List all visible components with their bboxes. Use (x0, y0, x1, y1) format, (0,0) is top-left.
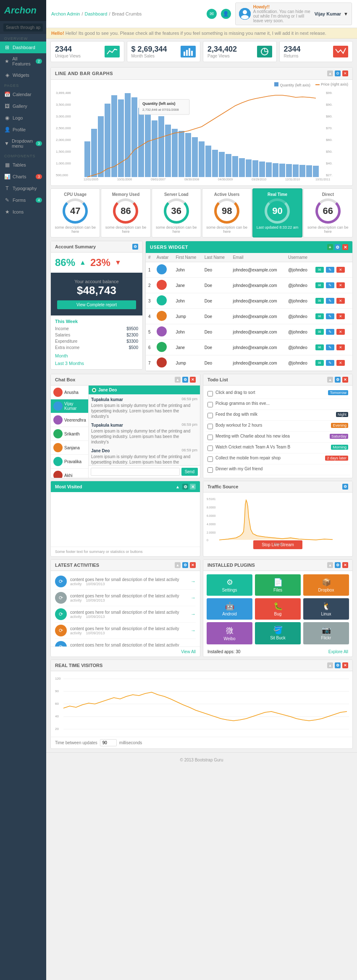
la-arrow-1[interactable]: → (191, 579, 196, 584)
view-complete-report-button[interactable]: View Complete report (57, 300, 136, 309)
search-input[interactable] (3, 23, 43, 31)
rt-close-ctrl[interactable]: ✕ (342, 662, 348, 668)
todo-check-5[interactable] (207, 435, 213, 440)
chat-user-srikanth[interactable]: Srikanth (51, 427, 88, 441)
uw-settings-ctrl[interactable]: ⚙ (335, 244, 341, 250)
sidebar-item-dropdown[interactable]: ▼ Dropdown menu 3 (0, 136, 46, 151)
plugin-android[interactable]: 🤖 Android (207, 598, 252, 620)
todo-check-2[interactable] (207, 402, 213, 407)
chat-user-pravalika[interactable]: Pravalika (51, 455, 88, 469)
chat-up-ctrl[interactable]: ▲ (175, 377, 181, 383)
chat-user-akhi[interactable]: Akhi (51, 469, 88, 478)
breadcrumb-home[interactable]: Archon Admin (51, 11, 80, 16)
la-arrow-4[interactable]: → (191, 628, 196, 633)
la-arrow-5[interactable]: → (191, 644, 196, 646)
uw-action-edit[interactable]: ✎ (326, 344, 334, 350)
todo-close-ctrl[interactable]: ✕ (342, 377, 348, 383)
ip-settings-ctrl[interactable]: ⚙ (335, 562, 341, 568)
mv-close-ctrl[interactable]: ✕ (190, 484, 196, 490)
sidebar-item-dashboard[interactable]: ⊞ Dashboard (0, 42, 46, 53)
todo-check-4[interactable] (207, 424, 213, 429)
uw-action-msg[interactable]: ✉ (315, 298, 324, 304)
uw-action-del[interactable]: ✕ (336, 360, 345, 366)
la-settings-ctrl[interactable]: ⚙ (182, 562, 188, 568)
plugin-sitbuck[interactable]: 🪣 Sit Buck (255, 622, 301, 644)
todo-check-8[interactable] (207, 467, 213, 473)
this-month-title[interactable]: Month (55, 353, 138, 358)
plugin-dropbox[interactable]: 📦 Dropbox (303, 574, 349, 596)
chart-up-ctrl[interactable]: ▲ (327, 70, 333, 76)
sidebar-item-icons[interactable]: ★ Icons (0, 206, 46, 218)
plugin-flickr[interactable]: 📷 Flickr (303, 622, 349, 644)
uw-action-msg[interactable]: ✉ (315, 329, 324, 335)
plugin-bug[interactable]: 🐛 Bug (255, 598, 301, 620)
chat-user-vijaykumar[interactable]: Vijay Kumar (51, 399, 88, 413)
uw-action-edit[interactable]: ✎ (326, 329, 334, 335)
sidebar-item-charts[interactable]: 📊 Charts 3 (0, 171, 46, 182)
chart-close-ctrl[interactable]: ✕ (342, 70, 348, 76)
uw-action-msg[interactable]: ✉ (315, 344, 324, 350)
plugin-settings[interactable]: ⚙ Settings (207, 574, 252, 596)
todo-check-1[interactable] (207, 391, 213, 396)
user-dropdown-icon[interactable]: ▼ (344, 11, 348, 16)
la-close-ctrl[interactable]: ✕ (190, 562, 196, 568)
uw-action-edit[interactable]: ✎ (326, 267, 334, 273)
chat-user-sanjana[interactable]: Sanjana (51, 441, 88, 455)
plugin-files[interactable]: 📄 Files (255, 574, 301, 596)
chat-close-ctrl[interactable]: ✕ (190, 377, 196, 383)
sidebar-item-tables[interactable]: ▦ Tables (0, 159, 46, 171)
sidebar-item-logo[interactable]: ◉ Logo (0, 112, 46, 124)
plugin-linux[interactable]: 🐧 Linux (303, 598, 349, 620)
notification-icon-btn[interactable]: 👤 (221, 9, 231, 19)
uw-action-edit[interactable]: ✎ (326, 313, 334, 319)
uw-add-ctrl[interactable]: + (327, 244, 333, 250)
uw-action-edit[interactable]: ✎ (326, 360, 334, 366)
email-icon-btn[interactable]: ✉ (207, 9, 217, 19)
la-up-ctrl[interactable]: ▲ (175, 562, 181, 568)
plugin-weibo[interactable]: 微 Weibo (207, 622, 252, 644)
account-settings-ctrl[interactable]: ⚙ (132, 244, 138, 250)
uw-action-del[interactable]: ✕ (336, 282, 345, 288)
chat-settings-ctrl[interactable]: ⚙ (182, 377, 188, 383)
todo-settings-ctrl[interactable]: ⚙ (335, 377, 341, 383)
uw-action-del[interactable]: ✕ (336, 329, 345, 335)
la-arrow-2[interactable]: → (191, 595, 196, 601)
sidebar-item-forms[interactable]: ✎ Forms 4 (0, 194, 46, 206)
uw-action-msg[interactable]: ✉ (315, 313, 324, 319)
uw-action-edit[interactable]: ✎ (326, 282, 334, 288)
sidebar-item-widgets[interactable]: ◈ Widgets (0, 69, 46, 81)
uw-action-msg[interactable]: ✉ (315, 360, 324, 366)
sidebar-item-typography[interactable]: T Typography (0, 182, 46, 194)
uw-action-del[interactable]: ✕ (336, 344, 345, 350)
uw-action-del[interactable]: ✕ (336, 313, 345, 319)
uw-action-del[interactable]: ✕ (336, 298, 345, 304)
this-week-title[interactable]: This Week (55, 319, 138, 324)
ip-up-ctrl[interactable]: ▲ (327, 562, 333, 568)
traffic-settings-ctrl[interactable]: ⚙ (342, 484, 348, 490)
sidebar-item-all-features[interactable]: ★ All Features 2 (0, 53, 46, 69)
mv-up-ctrl[interactable]: ▲ (175, 484, 181, 490)
explore-all-link[interactable]: Explore All (328, 649, 348, 654)
todo-check-3[interactable] (207, 413, 213, 418)
todo-check-7[interactable] (207, 456, 213, 462)
chart-settings-ctrl[interactable]: ⚙ (335, 70, 341, 76)
rt-up-ctrl[interactable]: ▲ (327, 662, 333, 668)
ip-close-ctrl[interactable]: ✕ (342, 562, 348, 568)
chat-message-input[interactable] (91, 468, 180, 476)
chat-user-veerendhra[interactable]: Veerendhra (51, 413, 88, 427)
chat-send-button[interactable]: Send (181, 468, 198, 476)
sidebar-item-profile[interactable]: 👤 Profile (0, 124, 46, 136)
sidebar-item-gallery[interactable]: 🖼 Gallery (0, 100, 46, 112)
uw-action-msg[interactable]: ✉ (315, 267, 324, 273)
uw-action-edit[interactable]: ✎ (326, 298, 334, 304)
view-all-link[interactable]: View All (181, 649, 196, 654)
uw-close-ctrl[interactable]: ✕ (342, 244, 348, 250)
uw-action-msg[interactable]: ✉ (315, 282, 324, 288)
la-arrow-3[interactable]: → (191, 611, 196, 617)
chat-user-anusha[interactable]: Anusha (51, 386, 88, 399)
todo-up-ctrl[interactable]: ▲ (327, 377, 333, 383)
mv-settings-ctrl[interactable]: ⚙ (182, 484, 188, 490)
rt-settings-ctrl[interactable]: ⚙ (335, 662, 341, 668)
uw-action-del[interactable]: ✕ (336, 267, 345, 273)
todo-check-6[interactable] (207, 446, 213, 451)
